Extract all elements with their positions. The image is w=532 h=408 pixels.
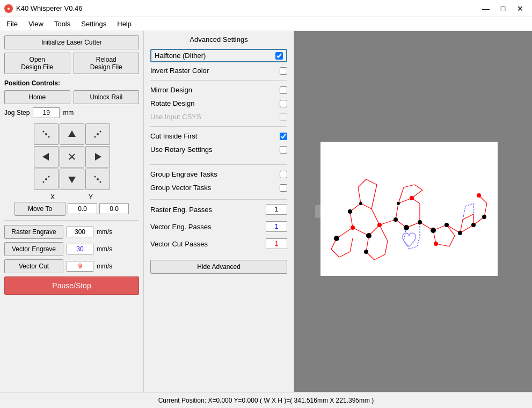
- group-engrave-label: Group Engrave Tasks: [150, 170, 217, 178]
- move-to-button[interactable]: Move To: [14, 202, 65, 216]
- y-coord-input[interactable]: [99, 203, 129, 214]
- halftone-checkbox[interactable]: [275, 52, 283, 60]
- use-input-csys-label: Use Input CSYS: [150, 113, 201, 121]
- right-panel: [294, 31, 532, 392]
- svg-point-1: [42, 131, 44, 133]
- svg-point-0: [45, 133, 47, 135]
- y-label: Y: [76, 193, 106, 201]
- mirror-design-label: Mirror Design: [150, 86, 192, 94]
- jog-step-input[interactable]: [33, 107, 60, 118]
- jog-center-button[interactable]: [60, 146, 84, 167]
- cut-inside-first-checkbox[interactable]: [280, 133, 287, 140]
- jog-up-right-button[interactable]: [85, 123, 110, 145]
- invert-raster-checkbox[interactable]: [280, 67, 287, 75]
- svg-point-12: [42, 181, 44, 183]
- rotate-design-checkbox[interactable]: [280, 100, 287, 107]
- menu-help[interactable]: Help: [113, 19, 136, 29]
- svg-point-17: [94, 176, 96, 178]
- svg-point-80: [393, 217, 398, 222]
- jog-grid: [34, 123, 110, 190]
- vector-eng-passes-input[interactable]: [266, 221, 287, 232]
- vector-cut-passes-row: Vector Cut Passes: [150, 238, 287, 249]
- invert-raster-label: Invert Raster Color: [150, 67, 209, 75]
- group-vector-label: Group Vector Tasks: [150, 184, 211, 192]
- jog-down-right-button[interactable]: [85, 169, 110, 190]
- open-design-button[interactable]: Open Design File: [4, 53, 70, 74]
- design-canvas[interactable]: [320, 142, 498, 276]
- raster-engrave-button[interactable]: Raster Engrave: [4, 225, 63, 239]
- jog-left-button[interactable]: [34, 146, 59, 167]
- jog-up-button[interactable]: [60, 123, 84, 145]
- menu-file[interactable]: File: [2, 19, 22, 29]
- invert-raster-row: Invert Raster Color: [150, 65, 287, 76]
- rotate-design-label: Rotate Design: [150, 99, 194, 107]
- use-rotary-label: Use Rotary Settings: [150, 145, 213, 154]
- jog-up-left-button[interactable]: [34, 123, 59, 145]
- raster-engrave-row: Raster Engrave mm/s: [4, 225, 139, 239]
- svg-point-75: [431, 228, 436, 233]
- svg-point-2: [48, 136, 49, 138]
- mirror-design-row: Mirror Design: [150, 85, 287, 95]
- vector-engrave-button[interactable]: Vector Engrave: [4, 242, 63, 256]
- minimize-button[interactable]: —: [478, 2, 493, 15]
- jog-down-button[interactable]: [60, 169, 84, 190]
- raster-passes-row: Raster Eng. Passes: [150, 204, 287, 215]
- pause-stop-button[interactable]: Pause/Stop: [4, 276, 139, 295]
- mirror-design-checkbox[interactable]: [280, 86, 287, 94]
- status-bar: Current Position: X=0.000 Y=0.000 ( W X …: [0, 392, 532, 408]
- cut-inside-first-row: Cut Inside First: [150, 131, 287, 141]
- vector-cut-button[interactable]: Vector Cut: [4, 259, 63, 273]
- menu-tools[interactable]: Tools: [50, 19, 75, 29]
- svg-point-76: [444, 223, 449, 227]
- title-bar: ● K40 Whisperer V0.46 — □ ✕: [0, 0, 532, 17]
- use-input-csys-checkbox: [280, 113, 287, 121]
- hide-advanced-button[interactable]: Hide Advanced: [150, 260, 287, 274]
- raster-passes-input[interactable]: [266, 204, 287, 215]
- group-vector-checkbox[interactable]: [280, 184, 287, 192]
- svg-point-89: [410, 196, 414, 200]
- title-bar-title: K40 Whisperer V0.46: [16, 4, 83, 12]
- svg-point-74: [404, 225, 409, 230]
- vector-cut-unit: mm/s: [97, 263, 112, 270]
- reload-design-button[interactable]: Reload Design File: [74, 53, 140, 74]
- vector-cut-speed[interactable]: [67, 261, 93, 272]
- group-engrave-checkbox[interactable]: [280, 171, 287, 178]
- home-button[interactable]: Home: [4, 90, 70, 104]
- svg-point-4: [97, 133, 99, 135]
- group-engrave-row: Group Engrave Tasks: [150, 169, 287, 179]
- jog-down-left-button[interactable]: [34, 169, 59, 190]
- svg-rect-18: [320, 142, 498, 276]
- x-label: X: [38, 193, 68, 201]
- vector-eng-passes-row: Vector Eng. Passes: [150, 221, 287, 232]
- advanced-settings-title: Advanced Settings: [150, 35, 287, 43]
- raster-engrave-speed[interactable]: [67, 227, 93, 237]
- cut-inside-first-label: Cut Inside First: [150, 132, 197, 140]
- vector-cut-passes-input[interactable]: [266, 238, 287, 249]
- svg-point-77: [458, 231, 462, 235]
- initialize-laser-button[interactable]: Initialize Laser Cutter: [4, 35, 139, 49]
- svg-point-86: [351, 225, 355, 230]
- group-vector-row: Group Vector Tasks: [150, 183, 287, 193]
- svg-point-13: [48, 176, 49, 178]
- svg-point-83: [482, 215, 486, 219]
- unlock-rail-button[interactable]: Unlock Rail: [74, 90, 140, 104]
- svg-point-87: [377, 223, 382, 227]
- jog-right-button[interactable]: [85, 146, 110, 167]
- middle-panel: Advanced Settings Halftone (Dither) Inve…: [144, 31, 294, 392]
- use-rotary-row: Use Rotary Settings: [150, 144, 287, 155]
- title-bar-left: ● K40 Whisperer V0.46: [4, 4, 83, 13]
- app-icon: ●: [4, 4, 13, 13]
- x-coord-input[interactable]: [68, 203, 97, 214]
- svg-marker-3: [68, 130, 76, 137]
- svg-point-6: [94, 136, 96, 138]
- move-to-row: Move To: [14, 202, 129, 216]
- menu-settings[interactable]: Settings: [77, 19, 111, 29]
- use-rotary-checkbox[interactable]: [280, 146, 287, 154]
- vector-engrave-speed[interactable]: [67, 244, 93, 254]
- maximize-button[interactable]: □: [495, 2, 511, 15]
- halftone-label: Halftone (Dither): [155, 52, 206, 60]
- svg-point-81: [418, 220, 422, 224]
- left-panel: Initialize Laser Cutter Open Design File…: [0, 31, 144, 392]
- close-button[interactable]: ✕: [513, 2, 528, 15]
- menu-view[interactable]: View: [24, 19, 48, 29]
